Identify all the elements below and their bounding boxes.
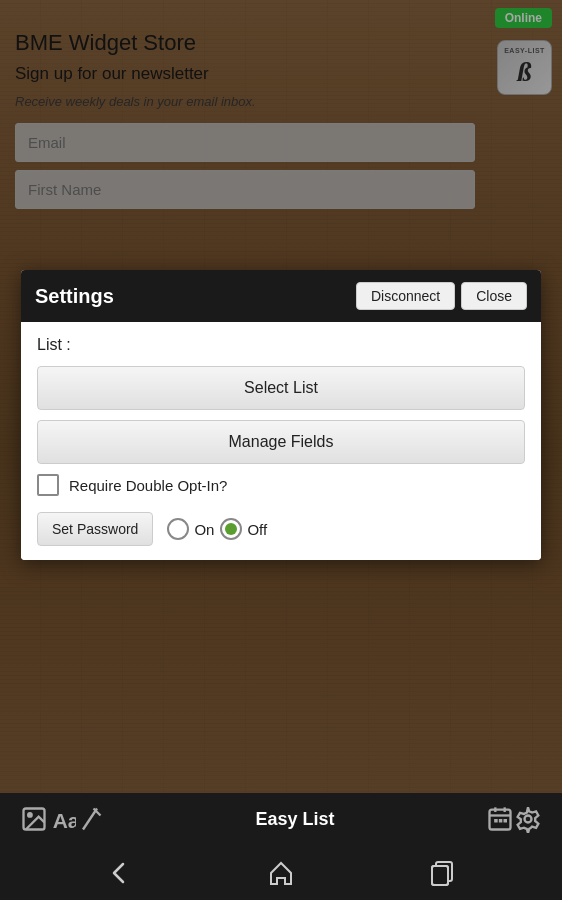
double-opt-in-checkbox[interactable] <box>37 474 59 496</box>
dialog-header: Settings Disconnect Close <box>21 270 541 322</box>
select-list-button[interactable]: Select List <box>37 366 525 410</box>
radio-group: On Off <box>167 518 267 540</box>
dialog-overlay: Settings Disconnect Close List : Select … <box>0 0 562 900</box>
radio-off-circle[interactable] <box>220 518 242 540</box>
manage-fields-button[interactable]: Manage Fields <box>37 420 525 464</box>
set-password-button[interactable]: Set Password <box>37 512 153 546</box>
radio-on-option[interactable]: On <box>167 518 214 540</box>
svg-point-1 <box>28 813 32 817</box>
back-icon[interactable] <box>105 858 135 888</box>
list-label: List : <box>37 336 525 354</box>
double-opt-in-row: Require Double Opt-In? <box>37 474 525 496</box>
settings-dialog: Settings Disconnect Close List : Select … <box>21 270 541 560</box>
bottom-toolbar: Aa Easy List <box>0 793 562 845</box>
recents-icon[interactable] <box>427 858 457 888</box>
dialog-body: List : Select List Manage Fields Require… <box>21 322 541 560</box>
dialog-header-buttons: Disconnect Close <box>356 282 527 310</box>
dialog-title: Settings <box>35 285 114 308</box>
close-button[interactable]: Close <box>461 282 527 310</box>
text-icon[interactable]: Aa <box>48 805 76 833</box>
svg-rect-10 <box>499 819 503 823</box>
image-icon[interactable] <box>20 805 48 833</box>
calendar-icon[interactable] <box>486 805 514 833</box>
double-opt-in-label: Require Double Opt-In? <box>69 477 227 494</box>
svg-line-3 <box>83 809 97 830</box>
brush-icon[interactable] <box>76 805 104 833</box>
svg-point-12 <box>525 816 532 823</box>
svg-rect-11 <box>504 819 508 823</box>
gear-icon[interactable] <box>514 805 542 833</box>
radio-on-label: On <box>194 521 214 538</box>
svg-rect-14 <box>432 866 448 885</box>
wood-background: Online EASY-LIST ß BME Widget Store Sign… <box>0 0 562 900</box>
svg-rect-9 <box>494 819 498 823</box>
navigation-bar <box>0 845 562 900</box>
radio-on-circle[interactable] <box>167 518 189 540</box>
radio-off-label: Off <box>247 521 267 538</box>
radio-dot <box>225 523 237 535</box>
disconnect-button[interactable]: Disconnect <box>356 282 455 310</box>
toolbar-title: Easy List <box>104 809 486 830</box>
password-radio-row: Set Password On O <box>37 512 525 546</box>
home-icon[interactable] <box>266 858 296 888</box>
svg-text:Aa: Aa <box>53 809 76 832</box>
radio-off-option[interactable]: Off <box>220 518 267 540</box>
